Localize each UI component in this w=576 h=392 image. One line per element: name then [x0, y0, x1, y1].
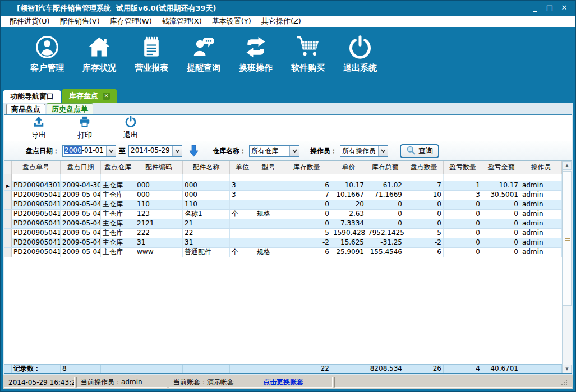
search-button[interactable]: 查询 [400, 144, 439, 158]
grid-cell: 000 [135, 191, 183, 200]
row-selector-cell[interactable] [4, 210, 12, 219]
blank-cell [482, 174, 520, 181]
table-row[interactable]: PD20090504103332009-05-04主仓库www普通配件个规格62… [4, 248, 562, 257]
grid-cell: 0 [366, 210, 404, 219]
grid-cell: 规格 [255, 248, 282, 257]
row-selector-cell[interactable] [4, 200, 12, 209]
current-row-marker[interactable]: ▶ [4, 181, 12, 190]
grid-cell: 000 [135, 181, 183, 190]
scrollbar-track[interactable] [563, 306, 572, 365]
subtab-history-check[interactable]: 历史盘点单 [47, 103, 93, 114]
column-header[interactable]: 库存总额 [366, 161, 404, 174]
content-area: 商品盘点 历史盘点单 导出 打印 [3, 103, 573, 375]
summary-cell [255, 365, 282, 373]
dropdown-arrow-icon[interactable] [106, 146, 116, 156]
dropdown-arrow-icon[interactable] [289, 146, 299, 156]
grid-cell: 2009-05-04 [61, 248, 101, 257]
menu-item-inventory[interactable]: 库存管理(W) [105, 15, 157, 27]
column-header[interactable]: 单位 [230, 161, 255, 174]
grid-cell: admin [520, 181, 562, 190]
business-report-button[interactable]: 营业报表 [126, 34, 177, 88]
search-icon [406, 145, 416, 156]
subtab-goods-check[interactable]: 商品盘点 [6, 104, 45, 114]
menu-item-purchase[interactable]: 配件进货(U) [4, 15, 55, 27]
export-button[interactable]: 导出 [26, 116, 52, 140]
column-header[interactable]: 配件编码 [135, 161, 183, 174]
print-button[interactable]: 打印 [72, 116, 98, 140]
subtab-label: 商品盘点 [11, 104, 40, 114]
tab-navigation-window[interactable]: 功能导航窗口 [3, 90, 61, 103]
inventory-status-button[interactable]: 库存状况 [73, 34, 125, 88]
table-row[interactable]: ▶PD20090430155212009-04-30主仓库0000003610.… [4, 181, 562, 191]
row-selector-cell[interactable] [4, 248, 12, 257]
grid-cell: 2009-05-04 [61, 219, 101, 228]
grid-cell [230, 200, 255, 209]
column-header[interactable]: 型号 [255, 161, 282, 174]
grid-cell: 0 [366, 200, 404, 209]
scroll-down-icon[interactable]: ▼ [563, 365, 572, 373]
operator-select[interactable]: 所有操作员 [340, 145, 388, 157]
status-operator: 当前操作员：admin [76, 377, 167, 388]
table-row[interactable]: PD20090504103332009-05-04主仓库2222251590.4… [4, 229, 562, 238]
column-header[interactable]: 配件名称 [183, 161, 230, 174]
exit-button[interactable]: 退出 [118, 116, 144, 140]
vertical-scrollbar[interactable]: ▲ ▼ [562, 161, 572, 373]
row-selector-cell[interactable] [4, 229, 12, 238]
column-header[interactable]: 盈亏金额 [482, 161, 520, 174]
grid-cell [230, 229, 255, 238]
close-button[interactable]: ✕ [558, 3, 570, 13]
menu-item-sales[interactable]: 配件销售(V) [55, 15, 105, 27]
summary-cell [520, 365, 562, 373]
tab-close-icon[interactable]: ✕ [103, 93, 110, 100]
grid-cell: 名称1 [183, 210, 230, 219]
grid-cell: PD2009050410333 [12, 238, 61, 247]
column-header[interactable]: 盘点数量 [404, 161, 444, 174]
grid-cell: 10.17 [331, 181, 366, 190]
date-to-picker[interactable]: 2014-05-29 [128, 145, 182, 157]
grid-cell: 3 [230, 191, 255, 200]
table-row[interactable]: PD20090504103332009-05-04主仓库123名称1个规格02.… [4, 210, 562, 219]
resize-grip-icon[interactable] [561, 380, 567, 385]
exit-system-button[interactable]: 退出系统 [334, 34, 386, 88]
switch-account-link[interactable]: 点击更换账套 [263, 377, 303, 387]
minimize-button[interactable]: _ [529, 3, 541, 13]
column-header[interactable]: 盘点仓库 [101, 161, 135, 174]
column-header[interactable]: 盘点单号 [12, 161, 61, 174]
dropdown-arrow-icon[interactable] [172, 146, 182, 156]
date-from-picker[interactable]: 2000-01-01 [62, 145, 116, 157]
column-header[interactable]: 单价 [331, 161, 366, 174]
scroll-up-icon[interactable]: ▲ [563, 161, 572, 170]
warehouse-select[interactable]: 所有仓库 [249, 145, 299, 157]
column-header[interactable]: 盘点日期 [61, 161, 101, 174]
customer-management-button[interactable]: 客户管理 [21, 34, 73, 88]
summary-cell: 22 [282, 365, 331, 373]
maximize-button[interactable]: □ [543, 3, 556, 13]
reminder-query-button[interactable]: 提醒查询 [178, 34, 229, 88]
grid-header-row: 盘点单号盘点日期盘点仓库配件编码配件名称单位型号库存数量单价库存总额盘点数量盈亏… [4, 161, 562, 174]
grid-cell: PD2009050410333 [12, 200, 61, 209]
grid-cell [230, 219, 255, 228]
software-purchase-button[interactable]: 软件购买 [282, 34, 334, 88]
menu-item-other[interactable]: 其它操作(Z) [256, 15, 306, 27]
blank-cell [282, 174, 331, 181]
table-row[interactable]: PD20090504103332009-05-04主仓库110110020000… [4, 200, 562, 210]
shift-change-button[interactable]: 换班操作 [230, 34, 282, 88]
column-header[interactable]: 操作员 [520, 161, 562, 174]
row-selector-cell[interactable] [4, 191, 12, 200]
row-selector-cell[interactable] [4, 219, 12, 228]
menu-item-settings[interactable]: 基本设置(Y) [207, 15, 256, 27]
scrollbar-thumb[interactable] [563, 171, 572, 306]
table-row[interactable]: PD20090504103332009-05-04主仓库21212107.333… [4, 219, 562, 229]
menu-item-cashflow[interactable]: 钱流管理(X) [157, 15, 207, 27]
summary-cell: 8 [61, 365, 101, 373]
grid-cell: 0 [482, 200, 520, 209]
table-row[interactable]: PD20090504103332009-05-04主仓库3131-215.625… [4, 238, 562, 248]
row-selector-cell[interactable] [4, 238, 12, 247]
column-header[interactable]: 盈亏数量 [444, 161, 482, 174]
column-header[interactable]: 库存数量 [282, 161, 331, 174]
table-row[interactable]: PD20090504103332009-05-04主仓库0000003710.1… [4, 191, 562, 200]
grid-summary-row: 记录数：8228208.53426440.6701 [4, 364, 562, 373]
tab-inventory-check[interactable]: 库存盘点 ✕ [62, 89, 117, 103]
dropdown-arrow-icon[interactable] [378, 146, 388, 156]
cart-icon [295, 34, 321, 60]
